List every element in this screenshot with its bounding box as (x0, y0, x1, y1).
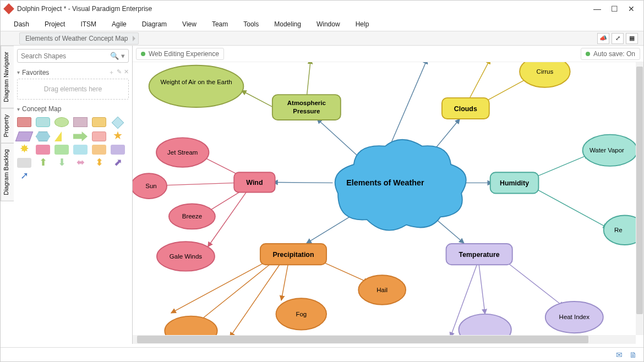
svg-line-9 (470, 62, 490, 99)
shape-arrow-ne[interactable]: ➚ (17, 171, 31, 181)
menu-dash[interactable]: Dash (6, 20, 37, 28)
shape-callout-1[interactable] (36, 145, 50, 155)
close-button[interactable]: ✕ (628, 4, 635, 13)
shape-triangle[interactable] (54, 131, 62, 141)
status-bar: ✉ 🗎 (1, 347, 643, 361)
shape-arrow-up[interactable]: ⬆ (36, 158, 50, 168)
vscroll-thumb[interactable] (636, 67, 643, 314)
node-jet-stream[interactable]: Jet Stream (156, 138, 209, 167)
menu-window[interactable]: Window (309, 20, 348, 28)
shape-callout-4[interactable] (92, 145, 106, 155)
autosave-chip[interactable]: Auto save: On (581, 48, 640, 60)
svg-text:Pressure: Pressure (293, 108, 320, 114)
node-clouds[interactable]: Clouds (442, 98, 489, 119)
node-precipitation[interactable]: Precipitation (260, 244, 326, 265)
vtab-diagram-backlog[interactable]: Diagram Backlog (1, 143, 14, 201)
layout-icon[interactable]: ▦ (626, 33, 638, 44)
menu-modeling[interactable]: Modeling (266, 20, 309, 28)
search-icon[interactable]: 🔍 (110, 52, 119, 60)
fit-icon[interactable]: ⤢ (612, 33, 624, 44)
node-cirrus[interactable]: Cirrus (520, 62, 570, 87)
menu-agile[interactable]: Agile (104, 20, 134, 28)
node-temperature[interactable]: Temperature (446, 244, 512, 265)
hscroll-thumb[interactable] (137, 336, 588, 343)
palette-header[interactable]: ▾ Concept Map (17, 105, 129, 113)
menu-project[interactable]: Project (37, 20, 73, 28)
node-re[interactable]: Re (604, 216, 636, 245)
shape-parallelogram[interactable] (15, 131, 34, 141)
node-breeze[interactable]: Breeze (169, 204, 215, 229)
node-wind[interactable]: Wind (234, 172, 275, 192)
edit-favorite-icon[interactable]: ✎ (117, 68, 122, 76)
node-heat-index[interactable]: Heat Index (545, 301, 603, 333)
shape-callout-5[interactable] (111, 145, 125, 155)
search-shapes[interactable]: 🔍 ▾ (17, 49, 129, 63)
svg-line-23 (160, 183, 236, 185)
menu-itsm[interactable]: ITSM (73, 20, 104, 28)
web-editing-chip[interactable]: Web Editing Experience (136, 48, 224, 60)
shape-rounded-2[interactable] (92, 117, 106, 127)
favorites-header[interactable]: ▾ Favorites ＋ ✎ ✕ (17, 68, 129, 76)
svg-line-5 (307, 215, 354, 243)
shape-rounded-rect[interactable] (36, 117, 50, 127)
node-weight-label: Weight of Air on the Earth (160, 79, 232, 85)
shape-square[interactable] (73, 117, 88, 127)
node-center-label: Elements of Weather (346, 178, 424, 187)
menu-help[interactable]: Help (348, 20, 377, 28)
node-sun[interactable]: Sun (133, 173, 167, 199)
favorites-dropzone[interactable]: Drag elements here (17, 79, 129, 100)
shape-burst[interactable]: ✸ (17, 145, 31, 155)
menu-diagram[interactable]: Diagram (134, 20, 174, 28)
remove-favorite-icon[interactable]: ✕ (124, 68, 129, 76)
node-hail[interactable]: Hail (358, 275, 406, 304)
shape-diamond[interactable] (112, 117, 124, 129)
shape-hexagon[interactable] (36, 131, 50, 141)
node-fog[interactable]: Fog (276, 298, 327, 330)
menu-tools[interactable]: Tools (236, 20, 266, 28)
horizontal-scrollbar[interactable] (133, 335, 636, 344)
vertical-scrollbar[interactable] (636, 62, 643, 335)
node-precip-extra[interactable] (165, 316, 217, 335)
maximize-button[interactable]: ☐ (611, 4, 618, 13)
shape-arrow-diag[interactable]: ⬈ (111, 158, 125, 168)
shape-callout-6[interactable] (17, 158, 31, 168)
node-temp-extra[interactable] (459, 314, 511, 335)
favorites-label: Favorites (22, 69, 49, 76)
svg-line-7 (242, 91, 272, 107)
shape-callout-3[interactable] (73, 145, 88, 155)
node-humidity-label: Humidity (500, 179, 529, 187)
mail-icon[interactable]: ✉ (616, 350, 623, 359)
search-input[interactable] (21, 52, 108, 60)
add-favorite-icon[interactable]: ＋ (108, 68, 114, 76)
shape-callout-2[interactable] (54, 145, 69, 155)
node-weight-of-air[interactable]: Weight of Air on the Earth (149, 65, 244, 107)
vtab-property[interactable]: Property (1, 108, 14, 144)
shape-rectangle[interactable] (17, 117, 31, 127)
shape-arrow-lr[interactable]: ⬌ (73, 158, 88, 168)
svg-line-11 (537, 155, 589, 177)
node-re-label: Re (614, 227, 623, 233)
vtab-diagram-navigator[interactable]: Diagram Navigator (1, 46, 14, 108)
menu-team[interactable]: Team (204, 20, 236, 28)
menu-view[interactable]: View (174, 20, 204, 28)
minimize-button[interactable]: — (593, 4, 601, 13)
search-dropdown-icon[interactable]: ▾ (121, 52, 125, 60)
breadcrumb[interactable]: Elements of Weather Concept Map (19, 32, 139, 45)
shape-arrow-right[interactable] (73, 131, 88, 141)
collapse-icon: ▾ (17, 69, 20, 75)
shape-arrow-down[interactable]: ⬇ (54, 158, 69, 168)
svg-line-17 (230, 264, 281, 335)
diagram-canvas[interactable]: Elements of Weather Atmospheric Pressure… (133, 62, 636, 335)
shape-ellipse[interactable] (54, 117, 69, 127)
shape-star[interactable]: ★ (111, 131, 125, 141)
svg-line-24 (207, 191, 241, 212)
node-atmospheric-pressure[interactable]: Atmospheric Pressure (272, 95, 341, 120)
node-humidity[interactable]: Humidity (490, 172, 539, 193)
node-water-vapor[interactable]: Water Vapor (583, 135, 636, 166)
web-editing-label: Web Editing Experience (149, 50, 219, 58)
node-gale-winds[interactable]: Gale Winds (157, 242, 215, 271)
shape-rounded-3[interactable] (92, 131, 106, 141)
shape-arrow-ud[interactable]: ⬍ (92, 158, 106, 168)
announce-icon[interactable]: 📣 (597, 33, 609, 44)
doc-icon[interactable]: 🗎 (629, 350, 637, 359)
